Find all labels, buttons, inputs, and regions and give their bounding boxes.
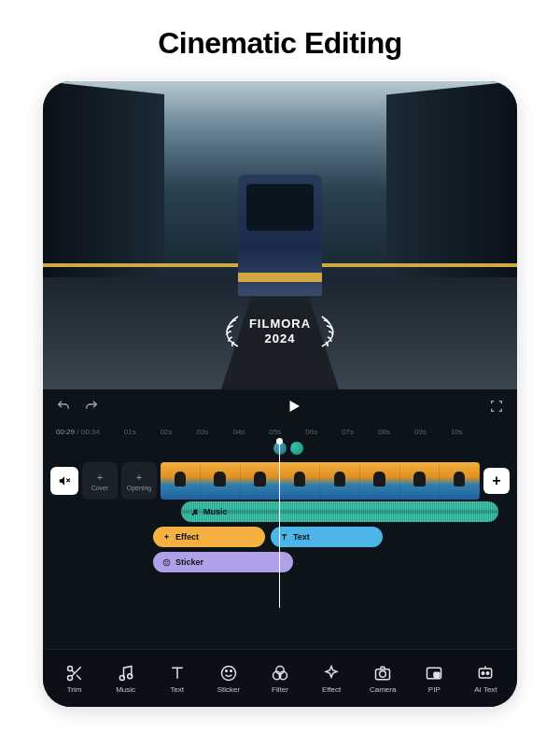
tool-label: Trim [67,685,82,694]
tick: 01s [124,428,136,436]
preview-scene-train [238,175,322,296]
trim-button[interactable]: Trim [52,664,97,694]
pip-icon [425,664,443,683]
clip-frame [241,462,281,500]
tick: 03s [197,428,209,436]
scissors-icon [65,664,84,683]
svg-point-7 [67,666,72,670]
smile-icon [162,558,171,567]
svg-rect-20 [434,672,440,677]
filter-icon [271,664,289,683]
badge-line1: FILMORA [249,317,311,331]
video-preview[interactable]: FILMORA 2024 [43,81,517,389]
svg-point-8 [67,675,72,680]
music-button[interactable]: Music [104,664,148,694]
laurel-left-icon [221,313,244,350]
svg-point-6 [167,561,168,562]
pip-button[interactable]: PIP [412,664,456,694]
clip-frame [320,462,360,500]
tool-label: Sticker [217,685,240,694]
tick: 09s [414,428,427,436]
add-opening-button[interactable]: + Opening [121,462,157,500]
svg-point-12 [226,669,228,671]
svg-point-18 [380,670,386,677]
cover-label: Cover [91,485,109,491]
svg-point-5 [165,561,166,562]
playback-controls [43,389,517,423]
smile-icon [219,664,238,683]
camera-icon [373,664,392,683]
note-icon [117,664,135,683]
laurel-right-icon [316,313,339,350]
main-clip-track: + Cover + Opening + [43,460,517,501]
tool-label: Camera [370,685,396,694]
camera-button[interactable]: Camera [360,664,405,694]
add-clip-button[interactable]: + [483,468,510,494]
tick: 06s [305,428,317,436]
music-track[interactable]: Music [181,501,498,522]
text-track-label: Text [293,532,310,542]
time-sep: / [75,428,81,436]
bottom-toolbar: Trim Music Text Sticker Filter Effect Ca… [43,649,517,707]
add-cover-button[interactable]: + Cover [82,462,118,500]
plus-icon: + [136,472,142,483]
text-icon [168,664,187,683]
tick: 05s [269,428,281,436]
svg-point-23 [487,671,490,674]
tracks-area: Music Effect Text Sticker [43,501,517,572]
music-track-label: Music [203,507,228,516]
tool-label: Music [116,685,135,694]
sparkle-icon [162,533,171,542]
tool-label: Effect [322,685,341,694]
clip-frame [360,462,400,500]
plus-icon: + [97,472,103,483]
svg-point-4 [163,559,170,566]
tool-label: PIP [428,685,441,694]
tool-label: Filter [272,685,288,694]
clip-strip[interactable] [161,462,480,500]
filmora-badge: FILMORA 2024 [221,313,339,350]
fullscreen-button[interactable] [489,399,504,414]
tick: 04s [232,428,245,436]
text-button[interactable]: Text [155,664,200,694]
waveform [181,501,498,522]
svg-point-10 [127,673,132,678]
svg-point-22 [483,671,485,674]
effect-button[interactable]: Effect [309,664,354,694]
time-total: 00:34 [81,428,100,436]
scrub-thumb-b[interactable] [290,442,303,455]
clip-frame [161,462,201,500]
page-title: Cinematic Editing [158,26,402,61]
play-button[interactable] [286,398,302,415]
undo-button[interactable] [56,399,71,414]
badge-line2: 2024 [249,331,311,346]
clip-frame [280,462,320,500]
filter-button[interactable]: Filter [258,664,302,694]
tool-label: AI Text [474,685,497,694]
svg-point-13 [231,669,232,671]
playhead[interactable] [279,442,280,608]
sticker-track-label: Sticker [175,557,203,567]
text-track[interactable]: Text [271,527,383,547]
device-frame: FILMORA 2024 00:29 / 00:34 01s 02s 03s 0… [43,81,517,707]
sticker-button[interactable]: Sticker [206,664,251,694]
sparkle-icon [322,664,341,683]
text-icon [280,533,288,542]
svg-point-11 [221,666,235,680]
clip-frame [440,462,480,500]
svg-rect-21 [480,669,492,678]
effect-track[interactable]: Effect [153,527,265,547]
effect-track-label: Effect [175,532,199,542]
tick: 02s [161,428,173,436]
tool-label: Text [170,685,184,694]
mute-button[interactable] [50,467,78,495]
clip-frame [400,462,441,500]
tick: 08s [378,428,390,436]
time-current: 00:29 [56,428,75,436]
tick: 07s [342,428,354,436]
redo-button[interactable] [84,399,99,414]
clip-frame [201,462,241,500]
sticker-track[interactable]: Sticker [153,552,293,572]
speaker-mute-icon [58,474,71,487]
aitext-button[interactable]: AI Text [463,664,508,694]
